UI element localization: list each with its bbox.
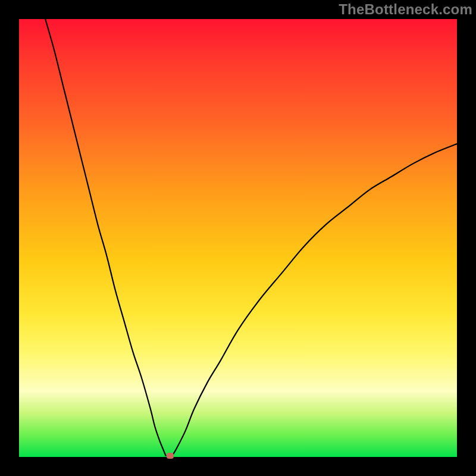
chart-frame [19, 19, 457, 457]
chart-curve-layer [19, 19, 457, 457]
watermark-text: TheBottleneck.com [339, 1, 472, 18]
curve-left-branch [45, 19, 165, 456]
curve-right-branch [173, 144, 457, 456]
minimum-marker [167, 453, 174, 459]
